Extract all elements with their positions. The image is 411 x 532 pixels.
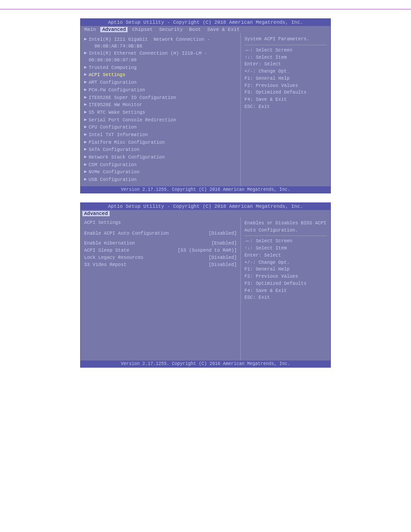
arrow-icon-5: ▶ (84, 79, 87, 86)
help-key-7: F3: Optimized Defaults (244, 89, 327, 96)
setting-row-4[interactable]: Lock Legacy Resources [Disabled] (84, 254, 237, 261)
help-key-8: F4: Save & Exit (244, 96, 327, 103)
arrow-icon-11: ▶ (84, 124, 87, 130)
bios-left-panel-2: ACPI Settings Enable ACPI Auto Configura… (81, 217, 241, 360)
arrow-icon-12: ▶ (84, 132, 87, 138)
arrow-icon-18: ▶ (84, 176, 87, 183)
menu-advanced[interactable]: Advanced (100, 27, 128, 32)
arrow-icon-7: ▶ (84, 94, 87, 101)
arrow-icon-6: ▶ (84, 87, 87, 93)
menu-main[interactable]: Main (82, 27, 98, 32)
help-key-s1: →←: Select Screen (244, 238, 327, 245)
arrow-icon-9: ▶ (84, 109, 87, 116)
list-item[interactable]: ▶ Trusted Computing (84, 64, 237, 72)
list-item[interactable]: ▶ Intel(R) Ethernet Connection (H) I219-… (84, 50, 237, 64)
help-key-s5: F1: General Help (244, 266, 327, 273)
list-item[interactable]: ▶ CSM Configuration (84, 161, 237, 169)
help-separator-2 (244, 236, 327, 236)
help-separator-1 (244, 45, 327, 45)
list-item[interactable]: ▶ Serial Port Console Redirection (84, 116, 237, 124)
list-item-acpi[interactable]: ▶ ACPI Settings (84, 71, 237, 79)
page-wrapper: Aptio Setup Utility - Copyright (C) 2016… (0, 0, 411, 386)
arrow-icon-3: ▶ (84, 64, 87, 71)
arrow-icon-10: ▶ (84, 117, 87, 123)
list-item[interactable]: ▶ CPU Configuration (84, 124, 237, 131)
setting-label-5: S3 Video Repost (84, 262, 127, 267)
arrow-icon-8: ▶ (84, 102, 87, 108)
setting-row-3[interactable]: ACPI Sleep State [S3 (Suspend to RAM)] (84, 247, 237, 254)
help-key-s9: ESC: Exit (244, 294, 327, 301)
list-item[interactable]: ▶ AMT Configuration (84, 79, 237, 86)
help-key-5: F1: General Help (244, 75, 327, 82)
setting-row-2[interactable]: Enable Hibernation [Enabled] (84, 240, 237, 247)
bios-footer-1: Version 2.17.1255. Copyright (C) 2016 Am… (81, 186, 330, 193)
setting-value-4: [Disabled] (209, 255, 237, 260)
arrow-icon-4: ▶ (84, 72, 87, 78)
menu-boot[interactable]: Boot (187, 27, 202, 32)
bios-title-1: Aptio Setup Utility - Copyright (C) 2016… (108, 20, 303, 25)
setting-row-5[interactable]: S3 Video Repost [Disabled] (84, 261, 237, 268)
bios-left-panel-1: ▶ Intel(R) I211 Gigabit Network Connecti… (81, 33, 241, 186)
bios-right-panel-1: System ACPI Parameters. →←: Select Scree… (241, 33, 330, 186)
bios-screen-1: Aptio Setup Utility - Copyright (C) 2016… (0, 18, 411, 193)
list-item[interactable]: ▶ Intel(R) I211 Gigabit Network Connecti… (84, 36, 237, 50)
help-key-1: →←: Select Screen (244, 47, 327, 54)
arrow-icon-17: ▶ (84, 169, 87, 175)
help-key-2: ↑↓: Select Item (244, 54, 327, 61)
menu-save-exit[interactable]: Save & Exit (206, 27, 242, 32)
bios-tabbar-2: Advanced (81, 210, 330, 217)
section-title: ACPI Settings (84, 220, 237, 225)
bios-screen-2: Aptio Setup Utility - Copyright (C) 2016… (0, 202, 411, 368)
help-key-3: Enter: Select (244, 61, 327, 68)
list-item[interactable]: ▶ NVMe Configuration (84, 168, 237, 176)
arrow-icon-16: ▶ (84, 162, 87, 168)
arrow-icon-13: ▶ (84, 139, 87, 146)
bios-content-1: ▶ Intel(R) I211 Gigabit Network Connecti… (81, 33, 330, 186)
list-item[interactable]: ▶ USB Configuration (84, 176, 237, 184)
list-item[interactable]: ▶ PCH-FW Configuration (84, 86, 237, 94)
list-item[interactable]: ▶ Intel TXT Information (84, 131, 237, 139)
bios-footer-2: Version 2.17.1255. Copyright (C) 2016 Am… (81, 360, 330, 367)
setting-label-3: ACPI Sleep State (84, 248, 129, 253)
help-key-s7: F3: Optimized Defaults (244, 280, 327, 287)
arrow-icon-14: ▶ (84, 146, 87, 153)
setting-label-4: Lock Legacy Resources (84, 255, 143, 260)
setting-label-1: Enable ACPI Auto Configuration (84, 231, 169, 236)
bios-titlebar-1: Aptio Setup Utility - Copyright (C) 2016… (81, 19, 330, 26)
setting-value-3: [S3 (Suspend to RAM)] (178, 248, 237, 253)
bios-screen-1-box: Aptio Setup Utility - Copyright (C) 2016… (80, 18, 331, 193)
list-item[interactable]: ▶ Platform Misc Configuration (84, 139, 237, 146)
setting-value-5: [Disabled] (209, 262, 237, 267)
list-item[interactable]: ▶ S5 RTC Wake Settings (84, 109, 237, 116)
help-key-4: +/-: Change Opt. (244, 68, 327, 75)
bios-right-panel-2: Enables or Disables BIOS ACPI Auto Confi… (241, 217, 330, 360)
help-key-s4: +/-: Change Opt. (244, 259, 327, 266)
setting-value-1: [Disabled] (209, 231, 237, 236)
bios-menubar-1: Main Advanced Chipset Security Boot Save… (81, 26, 330, 33)
menu-chipset[interactable]: Chipset (130, 27, 154, 32)
setting-label-2: Enable Hibernation (84, 240, 135, 246)
list-item[interactable]: ▶ Network Stack Configuration (84, 154, 237, 161)
arrow-icon-15: ▶ (84, 154, 87, 160)
bios-screen-2-box: Aptio Setup Utility - Copyright (C) 2016… (80, 202, 331, 368)
list-item[interactable]: ▶ ITE8528E Super IO Configuration (84, 94, 237, 102)
bios-titlebar-2: Aptio Setup Utility - Copyright (C) 2016… (81, 203, 330, 210)
setting-row-1[interactable]: Enable ACPI Auto Configuration [Disabled… (84, 230, 237, 237)
arrow-icon-2: ▶ (84, 50, 87, 56)
help-text-1: System ACPI Parameters. (244, 36, 327, 43)
setting-value-2: [Enabled] (211, 240, 237, 246)
tab-advanced[interactable]: Advanced (82, 211, 110, 216)
help-key-s8: F4: Save & Exit (244, 287, 327, 295)
list-item[interactable]: ▶ ITE9520E HW Monitor (84, 101, 237, 109)
menu-security[interactable]: Security (157, 27, 184, 32)
bios-title-2: Aptio Setup Utility - Copyright (C) 2016… (108, 204, 303, 209)
help-key-s3: Enter: Select (244, 252, 327, 259)
arrow-icon-1: ▶ (84, 36, 87, 43)
help-key-9: ESC: Exit (244, 103, 327, 111)
help-key-6: F2: Previous Values (244, 82, 327, 90)
help-text-2: Enables or Disables BIOS ACPI Auto Confi… (244, 220, 327, 234)
help-key-s2: ↑↓: Select Item (244, 245, 327, 252)
top-decorative-line (0, 9, 411, 9)
list-item[interactable]: ▶ SATA Configuration (84, 146, 237, 154)
bios-content-2: ACPI Settings Enable ACPI Auto Configura… (81, 217, 330, 360)
